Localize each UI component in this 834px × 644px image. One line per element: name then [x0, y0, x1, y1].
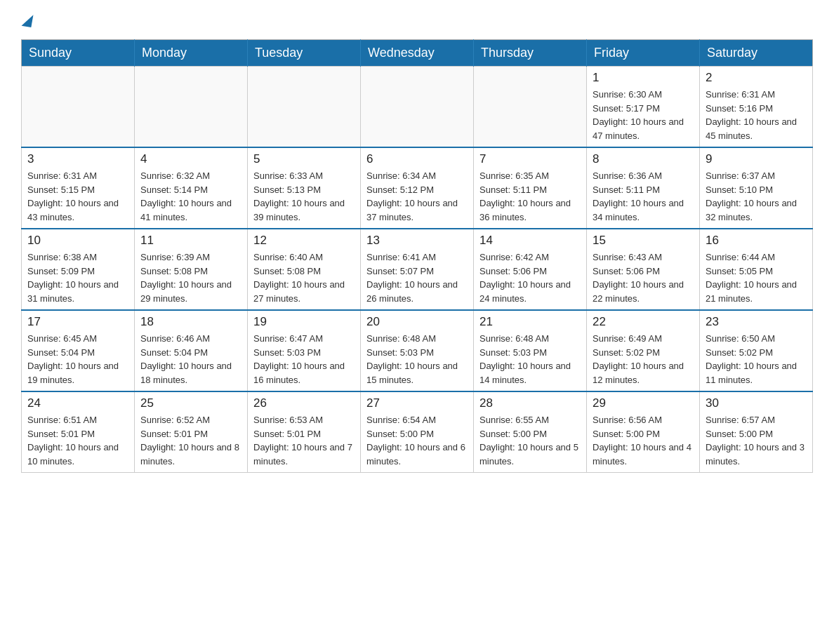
- calendar-cell: 21Sunrise: 6:48 AMSunset: 5:03 PMDayligh…: [474, 310, 587, 391]
- calendar-cell: 4Sunrise: 6:32 AMSunset: 5:14 PMDaylight…: [135, 147, 248, 229]
- calendar-cell: 20Sunrise: 6:48 AMSunset: 5:03 PMDayligh…: [361, 310, 474, 391]
- calendar-cell: 7Sunrise: 6:35 AMSunset: 5:11 PMDaylight…: [474, 147, 587, 229]
- calendar-cell: 18Sunrise: 6:46 AMSunset: 5:04 PMDayligh…: [135, 310, 248, 391]
- sun-info: Sunrise: 6:45 AMSunset: 5:04 PMDaylight:…: [27, 332, 128, 387]
- day-number: 17: [27, 315, 128, 329]
- calendar-week-row: 3Sunrise: 6:31 AMSunset: 5:15 PMDaylight…: [22, 147, 813, 229]
- calendar-cell: [248, 67, 361, 148]
- calendar-cell: 30Sunrise: 6:57 AMSunset: 5:00 PMDayligh…: [700, 391, 813, 473]
- calendar-cell: 12Sunrise: 6:40 AMSunset: 5:08 PMDayligh…: [248, 229, 361, 310]
- sun-info: Sunrise: 6:33 AMSunset: 5:13 PMDaylight:…: [253, 169, 355, 224]
- calendar-cell: 26Sunrise: 6:53 AMSunset: 5:01 PMDayligh…: [248, 391, 361, 473]
- weekday-header-saturday: Saturday: [700, 40, 813, 67]
- day-number: 13: [366, 234, 468, 248]
- day-number: 14: [479, 234, 581, 248]
- calendar-cell: [361, 67, 474, 148]
- weekday-header-monday: Monday: [135, 40, 248, 67]
- calendar-cell: 9Sunrise: 6:37 AMSunset: 5:10 PMDaylight…: [700, 147, 813, 229]
- sun-info: Sunrise: 6:30 AMSunset: 5:17 PMDaylight:…: [593, 88, 694, 142]
- sun-info: Sunrise: 6:54 AMSunset: 5:00 PMDaylight:…: [366, 413, 468, 468]
- calendar-week-row: 1Sunrise: 6:30 AMSunset: 5:17 PMDaylight…: [22, 67, 813, 148]
- day-number: 18: [140, 315, 241, 329]
- calendar-cell: [22, 67, 135, 148]
- calendar-cell: 15Sunrise: 6:43 AMSunset: 5:06 PMDayligh…: [587, 229, 700, 310]
- sun-info: Sunrise: 6:57 AMSunset: 5:00 PMDaylight:…: [706, 413, 807, 468]
- sun-info: Sunrise: 6:52 AMSunset: 5:01 PMDaylight:…: [140, 413, 241, 468]
- day-number: 20: [366, 315, 468, 329]
- calendar-week-row: 10Sunrise: 6:38 AMSunset: 5:09 PMDayligh…: [22, 229, 813, 310]
- calendar-table: SundayMondayTuesdayWednesdayThursdayFrid…: [21, 39, 813, 473]
- sun-info: Sunrise: 6:31 AMSunset: 5:15 PMDaylight:…: [27, 169, 128, 224]
- weekday-header-thursday: Thursday: [474, 40, 587, 67]
- sun-info: Sunrise: 6:39 AMSunset: 5:08 PMDaylight:…: [140, 250, 241, 305]
- sun-info: Sunrise: 6:47 AMSunset: 5:03 PMDaylight:…: [253, 332, 355, 387]
- calendar-cell: 16Sunrise: 6:44 AMSunset: 5:05 PMDayligh…: [700, 229, 813, 310]
- weekday-header-friday: Friday: [587, 40, 700, 67]
- day-number: 30: [706, 396, 807, 410]
- calendar-cell: 27Sunrise: 6:54 AMSunset: 5:00 PMDayligh…: [361, 391, 474, 473]
- weekday-header-tuesday: Tuesday: [248, 40, 361, 67]
- sun-info: Sunrise: 6:37 AMSunset: 5:10 PMDaylight:…: [706, 169, 807, 224]
- day-number: 19: [253, 315, 355, 329]
- day-number: 29: [593, 396, 694, 410]
- sun-info: Sunrise: 6:44 AMSunset: 5:05 PMDaylight:…: [706, 250, 807, 305]
- calendar-cell: 14Sunrise: 6:42 AMSunset: 5:06 PMDayligh…: [474, 229, 587, 310]
- sun-info: Sunrise: 6:48 AMSunset: 5:03 PMDaylight:…: [479, 332, 581, 387]
- calendar-cell: 2Sunrise: 6:31 AMSunset: 5:16 PMDaylight…: [700, 67, 813, 148]
- calendar-cell: 13Sunrise: 6:41 AMSunset: 5:07 PMDayligh…: [361, 229, 474, 310]
- calendar-body: 1Sunrise: 6:30 AMSunset: 5:17 PMDaylight…: [22, 67, 813, 473]
- day-number: 8: [593, 152, 694, 166]
- sun-info: Sunrise: 6:46 AMSunset: 5:04 PMDaylight:…: [140, 332, 241, 387]
- day-number: 2: [706, 71, 807, 85]
- sun-info: Sunrise: 6:34 AMSunset: 5:12 PMDaylight:…: [366, 169, 468, 224]
- calendar-cell: 19Sunrise: 6:47 AMSunset: 5:03 PMDayligh…: [248, 310, 361, 391]
- sun-info: Sunrise: 6:50 AMSunset: 5:02 PMDaylight:…: [706, 332, 807, 387]
- day-number: 22: [593, 315, 694, 329]
- sun-info: Sunrise: 6:40 AMSunset: 5:08 PMDaylight:…: [253, 250, 355, 305]
- sun-info: Sunrise: 6:38 AMSunset: 5:09 PMDaylight:…: [27, 250, 128, 305]
- sun-info: Sunrise: 6:32 AMSunset: 5:14 PMDaylight:…: [140, 169, 241, 224]
- day-number: 24: [27, 396, 128, 410]
- day-number: 12: [253, 234, 355, 248]
- calendar-cell: 11Sunrise: 6:39 AMSunset: 5:08 PMDayligh…: [135, 229, 248, 310]
- calendar-week-row: 17Sunrise: 6:45 AMSunset: 5:04 PMDayligh…: [22, 310, 813, 391]
- sun-info: Sunrise: 6:49 AMSunset: 5:02 PMDaylight:…: [593, 332, 694, 387]
- day-number: 6: [366, 152, 468, 166]
- day-number: 15: [593, 234, 694, 248]
- day-number: 5: [253, 152, 355, 166]
- sun-info: Sunrise: 6:41 AMSunset: 5:07 PMDaylight:…: [366, 250, 468, 305]
- calendar-week-row: 24Sunrise: 6:51 AMSunset: 5:01 PMDayligh…: [22, 391, 813, 473]
- day-number: 16: [706, 234, 807, 248]
- sun-info: Sunrise: 6:31 AMSunset: 5:16 PMDaylight:…: [706, 88, 807, 142]
- day-number: 10: [27, 234, 128, 248]
- calendar-cell: 25Sunrise: 6:52 AMSunset: 5:01 PMDayligh…: [135, 391, 248, 473]
- weekday-header-sunday: Sunday: [22, 40, 135, 67]
- day-number: 4: [140, 152, 241, 166]
- sun-info: Sunrise: 6:43 AMSunset: 5:06 PMDaylight:…: [593, 250, 694, 305]
- calendar-cell: 1Sunrise: 6:30 AMSunset: 5:17 PMDaylight…: [587, 67, 700, 148]
- weekday-header-wednesday: Wednesday: [361, 40, 474, 67]
- sun-info: Sunrise: 6:42 AMSunset: 5:06 PMDaylight:…: [479, 250, 581, 305]
- day-number: 9: [706, 152, 807, 166]
- sun-info: Sunrise: 6:53 AMSunset: 5:01 PMDaylight:…: [253, 413, 355, 468]
- sun-info: Sunrise: 6:48 AMSunset: 5:03 PMDaylight:…: [366, 332, 468, 387]
- calendar-cell: 3Sunrise: 6:31 AMSunset: 5:15 PMDaylight…: [22, 147, 135, 229]
- calendar-cell: 22Sunrise: 6:49 AMSunset: 5:02 PMDayligh…: [587, 310, 700, 391]
- sun-info: Sunrise: 6:55 AMSunset: 5:00 PMDaylight:…: [479, 413, 581, 468]
- day-number: 1: [593, 71, 694, 85]
- calendar-cell: [135, 67, 248, 148]
- calendar-cell: 17Sunrise: 6:45 AMSunset: 5:04 PMDayligh…: [22, 310, 135, 391]
- calendar-header-row: SundayMondayTuesdayWednesdayThursdayFrid…: [22, 40, 813, 67]
- calendar-cell: [474, 67, 587, 148]
- day-number: 21: [479, 315, 581, 329]
- calendar-cell: 23Sunrise: 6:50 AMSunset: 5:02 PMDayligh…: [700, 310, 813, 391]
- day-number: 11: [140, 234, 241, 248]
- logo: [21, 14, 34, 27]
- page-header: [21, 14, 813, 27]
- sun-info: Sunrise: 6:35 AMSunset: 5:11 PMDaylight:…: [479, 169, 581, 224]
- calendar-cell: 28Sunrise: 6:55 AMSunset: 5:00 PMDayligh…: [474, 391, 587, 473]
- day-number: 27: [366, 396, 468, 410]
- calendar-cell: 6Sunrise: 6:34 AMSunset: 5:12 PMDaylight…: [361, 147, 474, 229]
- day-number: 23: [706, 315, 807, 329]
- calendar-cell: 29Sunrise: 6:56 AMSunset: 5:00 PMDayligh…: [587, 391, 700, 473]
